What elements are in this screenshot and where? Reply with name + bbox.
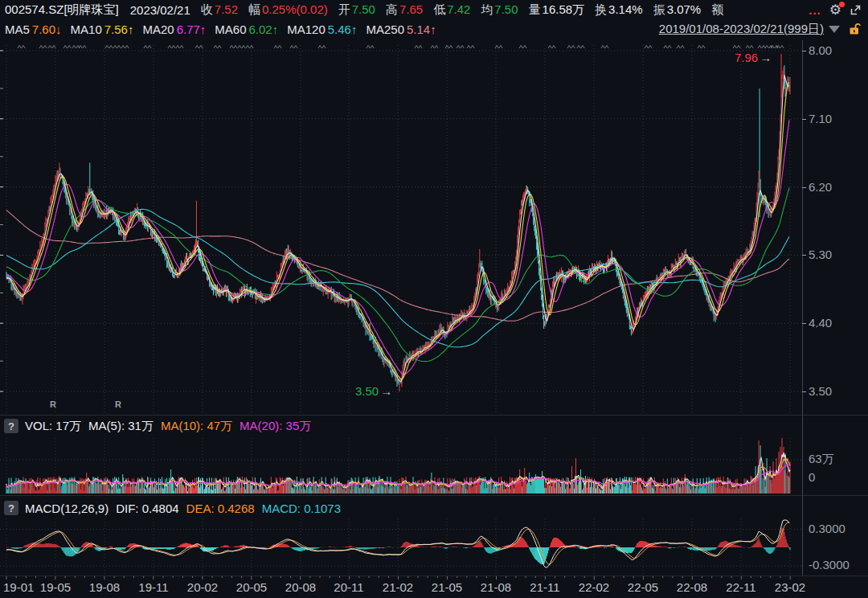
price-axis-label: 5.30 <box>809 248 832 261</box>
divider-macd-axis <box>0 575 868 576</box>
quote-field-量: 量16.58万 <box>529 2 585 18</box>
high-price-label: 7.96 <box>735 51 758 64</box>
quote-field-振: 振3.07% <box>653 2 702 18</box>
date-range-selector[interactable]: 2019/01/08-2023/02/21(999日) <box>659 22 824 37</box>
time-axis-label: 19-01 <box>3 580 34 594</box>
title-bar: 002574.SZ[明牌珠宝] 2023/02/21 收7.52幅0.25%(0… <box>0 0 868 19</box>
time-axis-label: 19-08 <box>89 580 120 594</box>
vol-ma10-value: MA(10): 47万 <box>161 419 232 434</box>
quote-fields: 收7.52幅0.25%(0.02)开7.50高7.65低7.42均7.50量16… <box>190 2 725 18</box>
ex-rights-marker: R <box>50 399 56 409</box>
quote-field-额: 额 <box>711 2 725 18</box>
vol-ma20-value: MA(20): 35万 <box>240 419 311 434</box>
quote-field-换: 换3.14% <box>595 2 643 18</box>
time-axis-label: 20-02 <box>187 580 218 594</box>
annotation-high-price: 7.96→ <box>735 51 772 64</box>
annotation-arrow-right: → <box>380 384 392 398</box>
time-axis-label: 19-11 <box>138 580 168 594</box>
macd-axis-label: -0.3000 <box>809 559 850 571</box>
price-axis-label: 7.10 <box>809 113 832 125</box>
ma-legend-ma10: MA107.56↑ <box>71 23 134 36</box>
settings-gear-icon[interactable]: ⚙ <box>829 3 841 17</box>
ma-legend-items: MA57.60↓MA107.56↑MA206.77↑MA606.02↑MA120… <box>5 23 445 36</box>
quote-date: 2023/02/21 <box>130 3 190 17</box>
main-candlestick-chart[interactable] <box>0 40 802 415</box>
price-axis-tick <box>802 187 806 188</box>
macd-chart[interactable] <box>0 518 802 575</box>
notification-dot <box>839 2 845 7</box>
time-axis-label: 22-08 <box>677 580 707 594</box>
quote-field-收: 收7.52 <box>201 2 238 18</box>
time-axis-label: 22-02 <box>579 580 609 594</box>
macd-macd-value: MACD: 0.1073 <box>262 502 341 515</box>
ma-legend-bar: MA57.60↓MA107.56↑MA206.77↑MA606.02↑MA120… <box>0 19 868 39</box>
vol-ma5-value: MA(5): 31万 <box>88 419 154 434</box>
quote-field-幅: 幅0.25%(0.02) <box>248 2 328 18</box>
stock-code: 002574.SZ[明牌珠宝] <box>5 2 119 18</box>
price-axis-label: 8.00 <box>809 44 832 57</box>
divider-vol-macd <box>0 495 868 496</box>
ma-legend-ma5: MA57.60↓ <box>5 23 62 36</box>
time-axis-label: 20-08 <box>285 580 316 594</box>
annotation-low-price: 3.50→ <box>355 384 392 398</box>
price-axis-border <box>802 40 803 575</box>
range-dropdown-icon[interactable] <box>829 26 840 33</box>
price-axis-label: 6.20 <box>809 181 832 194</box>
macd-axis-label: 0.3000 <box>809 522 845 535</box>
volume-axis-label: 63万 <box>809 453 834 465</box>
ma-legend-ma60: MA606.02↑ <box>215 23 278 36</box>
macd-dif-value: DIF: 0.4804 <box>116 502 178 515</box>
ma-legend-ma120: MA1205.46↑ <box>287 23 357 36</box>
price-axis-label: 4.40 <box>809 317 832 330</box>
divider-main-vol <box>0 415 868 416</box>
macd-name: MACD(12,26,9) <box>25 502 108 515</box>
time-axis-label: 21-11 <box>530 580 559 594</box>
unlock-icon[interactable] <box>848 23 862 35</box>
time-axis-label: 21-08 <box>481 580 511 594</box>
time-axis-label: 21-02 <box>383 580 413 594</box>
time-axis-label: 21-05 <box>432 580 462 594</box>
volume-help-button[interactable]: ? <box>4 419 18 433</box>
ma-legend-ma20: MA206.77↑ <box>142 23 206 36</box>
more-indicator[interactable]: ... <box>809 3 821 17</box>
ex-rights-marker: R <box>115 399 121 409</box>
volume-chart[interactable] <box>0 438 802 494</box>
expand-window-icon[interactable] <box>850 4 862 16</box>
annotation-arrow-right: → <box>760 51 772 64</box>
vol-value: VOL: 17万 <box>25 419 81 434</box>
time-axis-label: 19-05 <box>40 580 71 594</box>
macd-dea-value: DEA: 0.4268 <box>186 502 255 515</box>
price-axis-tick <box>802 255 806 256</box>
macd-help-button[interactable]: ? <box>4 501 18 515</box>
low-price-label: 3.50 <box>355 384 379 398</box>
quote-field-低: 低7.42 <box>433 2 470 18</box>
time-axis-label: 20-05 <box>236 580 267 594</box>
price-axis-tick <box>802 391 806 392</box>
time-axis-label: 22-05 <box>628 580 658 594</box>
price-axis-label: 3.50 <box>809 385 832 398</box>
quote-field-高: 高7.65 <box>386 2 423 18</box>
time-axis-label: 23-02 <box>775 580 805 594</box>
quote-field-均: 均7.50 <box>481 2 518 18</box>
quote-field-开: 开7.50 <box>338 2 375 18</box>
price-axis-tick <box>802 323 806 324</box>
ma-legend-ma250: MA2505.14↑ <box>366 23 436 36</box>
volume-header: ? VOL: 17万 MA(5): 31万 MA(10): 47万 MA(20)… <box>0 416 318 436</box>
time-axis-label: 22-11 <box>726 580 755 594</box>
price-axis-tick <box>802 51 806 51</box>
volume-axis-label: 0 <box>809 471 815 484</box>
price-axis-tick <box>802 119 806 120</box>
macd-header: ? MACD(12,26,9) DIF: 0.4804 DEA: 0.4268 … <box>0 498 348 518</box>
time-axis-label: 20-11 <box>334 580 363 594</box>
